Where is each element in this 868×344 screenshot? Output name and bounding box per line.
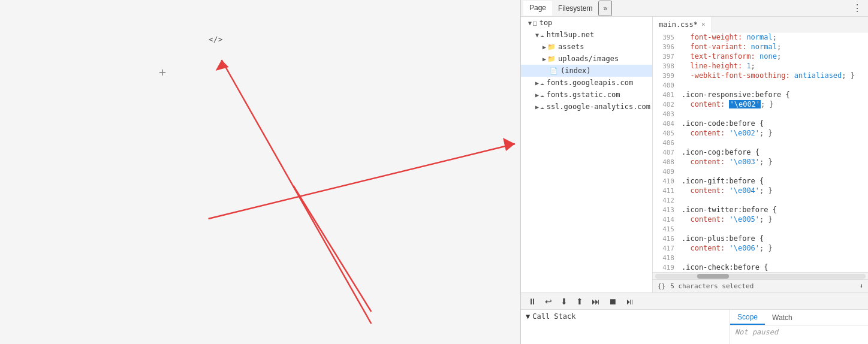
- line-num-408: 408: [658, 158, 674, 166]
- line-num-406: 406: [658, 139, 674, 147]
- line-num-401: 401: [658, 91, 674, 99]
- canvas-area: </> +: [0, 0, 521, 344]
- kebab-menu-icon[interactable]: ⋮: [849, 1, 866, 15]
- line-num-413: 413: [658, 206, 674, 214]
- code-line-396: 396 font-variant: normal;: [653, 42, 868, 52]
- tree-label-html5up: html5up.net: [547, 31, 594, 39]
- line-num-419: 419: [658, 264, 674, 271]
- call-stack-text: Call Stack: [532, 312, 575, 321]
- tree-item-assets[interactable]: ▶ 📁 assets: [521, 41, 652, 53]
- debug-step-over-button[interactable]: ↩: [542, 295, 554, 307]
- line-num-397: 397: [658, 53, 674, 61]
- debug-step-into-button[interactable]: ⬇: [558, 295, 570, 307]
- tree-item-fonts-gstatic[interactable]: ▶ ☁ fonts.gstatic.com: [521, 89, 652, 101]
- line-num-396: 396: [658, 43, 674, 51]
- tree-item-index[interactable]: 📄 (index): [521, 65, 652, 77]
- cloud-icon-ssl-google: ☁: [540, 103, 544, 111]
- scrollbar-thumb[interactable]: [697, 274, 729, 279]
- tree-label-fonts-google: fonts.googleapis.com: [547, 79, 634, 87]
- code-line-417: 417 content: '\e006'; }: [653, 243, 868, 253]
- call-stack-panel: ▼ Call Stack: [521, 310, 730, 344]
- plus-cursor-icon: +: [159, 65, 166, 79]
- cloud-icon-html5up: ☁: [540, 31, 544, 39]
- svg-line-0: [222, 60, 372, 324]
- code-line-416: 416 .icon-plus:before {: [653, 234, 868, 243]
- cloud-icon-fonts-gstatic: ☁: [540, 91, 544, 99]
- code-line-409: 409: [653, 167, 868, 176]
- tree-arrow-uploads: ▶: [542, 56, 546, 62]
- line-num-399: 399: [658, 72, 674, 80]
- tree-arrow-fonts-gstatic: ▶: [535, 92, 539, 98]
- debug-continue-button[interactable]: ⏭: [589, 295, 602, 307]
- line-num-418: 418: [658, 254, 674, 262]
- editor-tab-main-css[interactable]: main.css* ×: [653, 17, 712, 32]
- status-right-icon: ⬇: [859, 282, 863, 290]
- tree-item-html5up[interactable]: ▼ ☁ html5up.net: [521, 29, 652, 41]
- code-line-405: 405 content: '\e002'; }: [653, 128, 868, 138]
- tree-item-ssl-google[interactable]: ▶ ☁ ssl.google-analytics.com: [521, 101, 652, 113]
- line-num-414: 414: [658, 216, 674, 224]
- code-line-406: 406: [653, 138, 868, 147]
- tree-arrow-html5up: ▼: [535, 32, 539, 38]
- scope-watch-panel: Scope Watch Not paused: [730, 310, 868, 344]
- editor-tab-label: main.css*: [659, 20, 698, 29]
- tree-arrow-top: ▼: [528, 20, 532, 26]
- horizontal-scrollbar[interactable]: [653, 272, 868, 279]
- svg-marker-1: [216, 60, 229, 71]
- code-line-402: 402 content: '\e002'; }: [653, 99, 868, 109]
- code-line-414: 414 content: '\e005'; }: [653, 215, 868, 224]
- line-num-398: 398: [658, 62, 674, 70]
- selected-text-402: '\e002': [729, 100, 761, 108]
- debugger-panel: ⏸ ↩ ⬇ ⬆ ⏭ ⏹ ⏯ ▼ Call Stack Scope Watch N…: [521, 292, 868, 344]
- line-num-415: 415: [658, 225, 674, 233]
- code-line-413: 413 .icon-twitter:before {: [653, 205, 868, 215]
- code-lines[interactable]: 395 font-weight: normal; 396 font-varian…: [653, 32, 868, 272]
- html-tag-icon: </>: [209, 35, 222, 44]
- line-num-400: 400: [658, 82, 674, 89]
- tree-label-index: (index): [560, 67, 591, 75]
- editor-tab-close-icon[interactable]: ×: [701, 20, 706, 28]
- tree-item-top[interactable]: ▼ □ top: [521, 17, 652, 29]
- code-line-403: 403: [653, 109, 868, 119]
- tab-filesystem[interactable]: Filesystem: [552, 2, 598, 15]
- line-num-409: 409: [658, 168, 674, 176]
- debugger-bottom: ▼ Call Stack Scope Watch Not paused: [521, 310, 868, 344]
- line-num-405: 405: [658, 129, 674, 137]
- file-icon-index: 📄: [550, 67, 558, 75]
- tree-arrow-fonts-google: ▶: [535, 80, 539, 86]
- tab-watch[interactable]: Watch: [765, 310, 800, 325]
- code-editor: main.css* × 395 font-weight: normal; 396…: [653, 17, 868, 292]
- debug-deactivate-button[interactable]: ⏹: [606, 295, 619, 307]
- tree-arrow-assets: ▶: [542, 44, 546, 50]
- code-line-398: 398 line-height: 1;: [653, 61, 868, 71]
- line-num-402: 402: [658, 101, 674, 108]
- code-line-418: 418: [653, 253, 868, 262]
- debug-step-out-button[interactable]: ⬆: [574, 295, 586, 307]
- code-line-415: 415: [653, 224, 868, 234]
- line-num-417: 417: [658, 245, 674, 252]
- tree-label-uploads: uploads/images: [558, 55, 619, 63]
- code-line-410: 410 .icon-gift:before {: [653, 176, 868, 186]
- call-stack-arrow: ▼: [526, 312, 530, 321]
- tab-page[interactable]: Page: [523, 1, 552, 16]
- line-num-404: 404: [658, 120, 674, 128]
- tree-label-ssl-google: ssl.google-analytics.com: [547, 102, 650, 111]
- code-line-419: 419 .icon-check:before {: [653, 262, 868, 272]
- top-tab-bar: Page Filesystem » ⋮: [521, 0, 868, 17]
- tree-label-top: top: [540, 19, 553, 27]
- tree-item-uploads[interactable]: ▶ 📁 uploads/images: [521, 53, 652, 65]
- tree-label-assets: assets: [558, 43, 584, 51]
- tree-arrow-ssl-google: ▶: [535, 104, 539, 110]
- scrollbar-track[interactable]: [655, 274, 866, 279]
- debug-pause-button[interactable]: ⏸: [526, 295, 539, 307]
- not-paused-label: Not paused: [730, 325, 868, 339]
- tab-scope[interactable]: Scope: [730, 310, 765, 325]
- line-num-407: 407: [658, 149, 674, 156]
- debug-more-button[interactable]: ⏯: [623, 295, 636, 307]
- line-num-411: 411: [658, 187, 674, 195]
- svg-marker-3: [503, 138, 515, 151]
- tab-more-button[interactable]: »: [598, 1, 612, 16]
- middle-area: ▼ □ top ▼ ☁ html5up.net ▶ 📁 assets ▶ 📁 u…: [521, 17, 868, 292]
- code-line-401: 401 .icon-responsive:before {: [653, 90, 868, 99]
- tree-item-fonts-google[interactable]: ▶ ☁ fonts.googleapis.com: [521, 77, 652, 89]
